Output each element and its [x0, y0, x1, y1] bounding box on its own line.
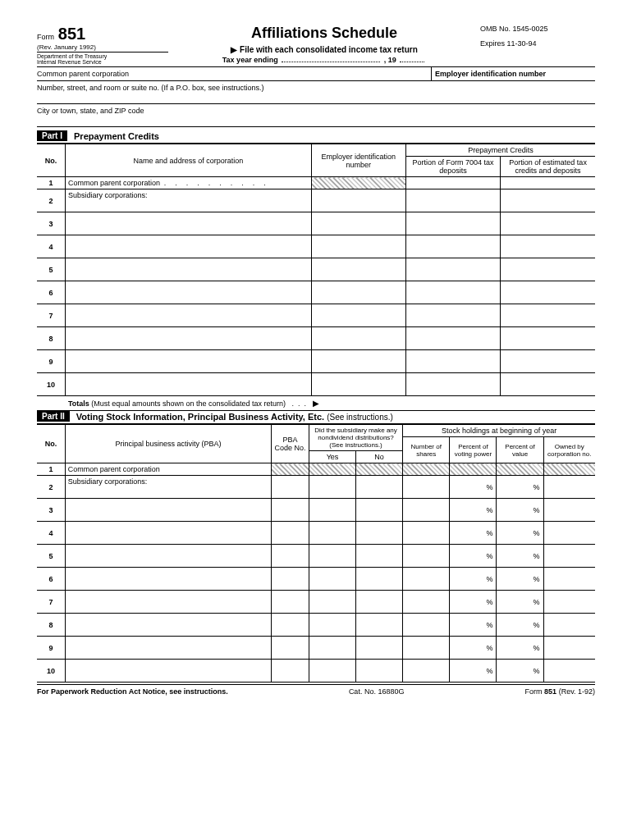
tax-year-yy-blank[interactable] [400, 62, 424, 62]
p2-cell[interactable] [403, 522, 450, 545]
p1-cell[interactable] [405, 373, 500, 396]
p2-cell-pct[interactable]: % [450, 591, 497, 614]
p1-row1-7004[interactable] [405, 177, 500, 189]
p1-cell[interactable] [311, 281, 405, 304]
p2-cell[interactable] [65, 591, 271, 614]
p1-cell[interactable] [66, 281, 312, 304]
p1-cell[interactable] [311, 304, 405, 327]
p2-cell-pct[interactable]: % [497, 637, 543, 660]
p2-row1-text[interactable]: Common parent corporation [65, 463, 271, 476]
p2-cell[interactable] [403, 614, 450, 637]
p1-cell[interactable] [405, 304, 500, 327]
p2-cell[interactable] [272, 614, 309, 637]
p2-cell[interactable] [543, 614, 595, 637]
p2-cell[interactable] [543, 568, 595, 591]
p2-cell[interactable] [309, 476, 355, 499]
p1-cell[interactable] [405, 281, 500, 304]
p2-cell[interactable] [356, 476, 403, 499]
p2-cell[interactable] [356, 499, 403, 522]
p2-cell[interactable] [309, 660, 355, 682]
p2-cell[interactable] [543, 637, 595, 660]
p2-cell[interactable] [356, 568, 403, 591]
p2-cell[interactable] [65, 660, 271, 682]
p1-cell[interactable] [311, 350, 405, 373]
p1-cell[interactable] [66, 350, 312, 373]
p1-cell[interactable] [66, 235, 312, 258]
p1-cell[interactable] [501, 212, 595, 235]
p2-cell[interactable] [543, 591, 595, 614]
p2-cell-pct[interactable]: % [450, 545, 497, 568]
p2-cell[interactable] [403, 568, 450, 591]
p2-cell[interactable] [356, 591, 403, 614]
p2-cell[interactable] [356, 637, 403, 660]
p2-cell[interactable] [356, 660, 403, 682]
p1-cell[interactable] [501, 327, 595, 350]
p2-cell[interactable] [65, 637, 271, 660]
p1-cell[interactable] [501, 373, 595, 396]
p2-cell[interactable] [65, 614, 271, 637]
p1-cell[interactable] [405, 258, 500, 281]
p2-cell[interactable] [543, 545, 595, 568]
p1-cell[interactable] [405, 235, 500, 258]
p2-cell-pct[interactable]: % [450, 499, 497, 522]
p2-cell-pct[interactable]: % [450, 614, 497, 637]
p2-cell[interactable] [543, 476, 595, 499]
p2-cell[interactable] [403, 545, 450, 568]
p2-cell-pct[interactable]: % [497, 660, 543, 682]
p1-row1-est[interactable] [501, 177, 595, 189]
p2-cell[interactable] [272, 568, 309, 591]
p2-cell[interactable] [272, 522, 309, 545]
p1-cell[interactable] [66, 327, 312, 350]
p2-cell-pct[interactable]: % [497, 522, 543, 545]
p2-cell-pct[interactable]: % [497, 476, 543, 499]
p2-cell[interactable] [272, 637, 309, 660]
p2-cell-pct[interactable]: % [497, 499, 543, 522]
p1-cell[interactable] [405, 212, 500, 235]
p2-cell[interactable] [309, 568, 355, 591]
p1-cell[interactable] [501, 304, 595, 327]
p2-cell[interactable] [272, 660, 309, 682]
p1-row2-text[interactable]: Subsidiary corporations: [66, 189, 312, 212]
p2-cell-pct[interactable]: % [497, 545, 543, 568]
p2-cell[interactable] [356, 614, 403, 637]
p2-cell[interactable] [309, 545, 355, 568]
p2-cell[interactable] [65, 545, 271, 568]
p2-cell[interactable] [65, 568, 271, 591]
p1-cell[interactable] [66, 304, 312, 327]
p2-cell[interactable] [403, 476, 450, 499]
p2-cell-pct[interactable]: % [450, 476, 497, 499]
p2-cell-pct[interactable]: % [450, 522, 497, 545]
p2-cell[interactable] [403, 637, 450, 660]
p2-cell[interactable] [272, 545, 309, 568]
p2-cell-pct[interactable]: % [497, 591, 543, 614]
p1-cell[interactable] [311, 327, 405, 350]
p2-cell[interactable] [309, 591, 355, 614]
p1-cell[interactable] [405, 350, 500, 373]
p1-cell[interactable] [66, 212, 312, 235]
p1-cell[interactable] [501, 189, 595, 212]
p2-cell[interactable] [65, 499, 271, 522]
p2-cell[interactable] [356, 545, 403, 568]
p1-cell[interactable] [405, 189, 500, 212]
p1-row1-text[interactable]: Common parent corporation [66, 177, 312, 189]
p2-cell[interactable] [543, 522, 595, 545]
p2-cell-pct[interactable]: % [497, 568, 543, 591]
p1-cell[interactable] [405, 327, 500, 350]
p2-cell[interactable] [403, 660, 450, 682]
p2-cell[interactable] [543, 499, 595, 522]
p1-cell[interactable] [311, 258, 405, 281]
p1-cell[interactable] [66, 373, 312, 396]
p1-cell[interactable] [501, 235, 595, 258]
p1-cell[interactable] [311, 189, 405, 212]
p2-cell-pct[interactable]: % [450, 568, 497, 591]
p2-cell[interactable] [403, 499, 450, 522]
p2-cell[interactable] [272, 591, 309, 614]
p2-cell[interactable] [65, 522, 271, 545]
p2-cell-pct[interactable]: % [450, 637, 497, 660]
tax-year-blank[interactable] [282, 62, 380, 62]
p1-cell[interactable] [311, 373, 405, 396]
p2-cell[interactable] [272, 476, 309, 499]
p2-cell-pct[interactable]: % [450, 660, 497, 682]
p2-cell[interactable] [403, 591, 450, 614]
p2-cell[interactable] [309, 614, 355, 637]
